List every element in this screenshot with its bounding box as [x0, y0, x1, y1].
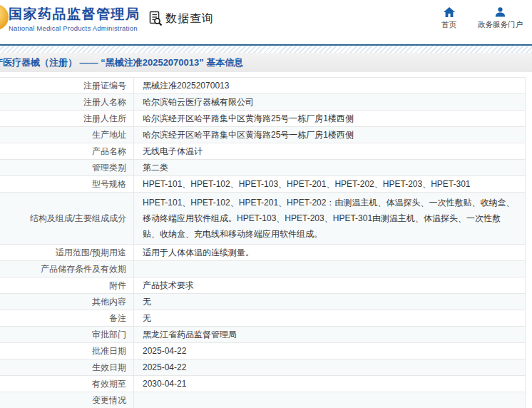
data-query-module[interactable]: 数据查询 — [149, 11, 214, 26]
row-label-cell: 适用范围/预期用途 — [0, 245, 134, 260]
row-value-cell: 黑械注准20252070013 — [134, 78, 526, 93]
breadcrumb: 国产医疗器械（注册） —— “黑械注准20252070013” 基本信息 — [0, 53, 532, 72]
row-label-cell: 产品储存条件及有效期 — [0, 261, 134, 277]
row-label-cell: 产品名称 — [0, 143, 134, 159]
row-value: 2025-04-22 — [143, 362, 186, 373]
row-value-cell: 无 — [134, 310, 526, 326]
nmpa-gold-emblem-icon — [0, 4, 9, 30]
row-label: 生产地址 — [92, 129, 126, 141]
table-row: 生效日期 2025-04-22 — [0, 359, 526, 376]
row-label: 生效日期 — [92, 362, 126, 373]
row-label: 结构及组成/主要组成成分 — [30, 213, 126, 224]
row-value: 无 — [143, 312, 151, 324]
info-table: 注册证编号 黑械注准20252070013 注册人名称 哈尔滨铂云医疗器械有限公… — [0, 77, 526, 408]
row-label-cell: 管理类别 — [0, 160, 134, 175]
table-row: 适用范围/预期用途 适用于人体体温的连续测量。 — [0, 245, 526, 261]
row-label: 注册人住所 — [83, 113, 126, 124]
row-label-cell: 附件 — [0, 277, 134, 293]
row-value-cell: 哈尔滨经开区哈平路集中区黄海路25号一栋厂房1楼西侧 — [134, 111, 526, 126]
table-row: 注册证编号 黑械注准20252070013 — [0, 77, 526, 94]
row-label: 型号规格 — [92, 178, 126, 190]
table-row: 变更情况 — [0, 392, 526, 408]
row-value: 哈尔滨铂云医疗器械有限公司 — [143, 96, 254, 108]
row-label: 批准日期 — [92, 345, 126, 357]
row-value: 哈尔滨经开区哈平路集中区黄海路25号一栋厂房1楼西侧 — [143, 129, 354, 141]
table-row: 备注 无 — [0, 310, 526, 327]
row-value-cell — [134, 392, 526, 408]
row-value: 2030-04-21 — [143, 378, 186, 389]
row-label: 产品储存条件及有效期 — [41, 263, 126, 275]
row-label-cell: 其他内容 — [0, 294, 134, 310]
brand-subtitle: National Medical Products Administration — [9, 24, 140, 32]
row-value: 无 — [143, 296, 151, 307]
table-row: 管理类别 第二类 — [0, 160, 526, 176]
row-value-cell: HPET-101、HPET-102、HPET-103、HPET-201、HPET… — [134, 176, 526, 192]
document-search-icon — [149, 11, 163, 26]
table-row: 产品名称 无线电子体温计 — [0, 143, 526, 160]
site-header: 国家药品监督管理局 National Medical Products Admi… — [0, 0, 532, 44]
table-row: 其他内容 无 — [0, 294, 526, 310]
row-value: 黑械注准20252070013 — [143, 80, 229, 91]
table-row: 结构及组成/主要组成成分 HPET-101、HPET-102、HPET-201、… — [0, 193, 526, 245]
row-label-cell: 审批部门 — [0, 327, 134, 342]
row-value-cell: 黑龙江省药品监督管理局 — [134, 327, 526, 342]
user-icon — [495, 7, 506, 17]
row-label-cell: 生产地址 — [0, 127, 134, 143]
striped-band — [0, 46, 532, 53]
nav-home-label: 首页 — [441, 20, 456, 30]
page-title: 国产医疗器械（注册） —— “黑械注准20252070013” 基本信息 — [0, 56, 243, 69]
brand-title: 国家药品监督管理局 — [9, 6, 140, 23]
table-row: 型号规格 HPET-101、HPET-102、HPET-103、HPET-201… — [0, 176, 526, 193]
row-label: 适用范围/预期用途 — [56, 247, 126, 258]
nav-gov-portal[interactable]: 政务服务门户 — [478, 7, 523, 30]
brand: 国家药品监督管理局 National Medical Products Admi… — [9, 6, 140, 32]
row-value: 黑龙江省药品监督管理局 — [143, 329, 237, 340]
row-value: HPET-101、HPET-102、HPET-201、HPET-202：由测温主… — [143, 195, 518, 242]
row-value: 产品技术要求 — [143, 280, 194, 291]
row-label: 其他内容 — [92, 296, 126, 307]
row-value-cell: 2030-04-21 — [134, 376, 526, 392]
row-value-cell: 2025-04-22 — [134, 343, 526, 359]
page: 国家药品监督管理局 National Medical Products Admi… — [0, 0, 532, 408]
row-value-cell: 产品技术要求 — [134, 277, 526, 293]
row-label-cell: 型号规格 — [0, 176, 134, 192]
row-value-cell: HPET-101、HPET-102、HPET-201、HPET-202：由测温主… — [134, 193, 526, 244]
table-row: 注册人名称 哈尔滨铂云医疗器械有限公司 — [0, 94, 526, 111]
row-label-cell: 注册证编号 — [0, 78, 134, 93]
row-label-cell: 注册人名称 — [0, 94, 134, 110]
data-query-label: 数据查询 — [165, 11, 214, 26]
row-value-cell: 第二类 — [134, 160, 526, 175]
table-row: 审批部门 黑龙江省药品监督管理局 — [0, 327, 526, 343]
row-label: 审批部门 — [92, 329, 126, 340]
table-row: 附件 产品技术要求 — [0, 277, 526, 294]
table-row: 生产地址 哈尔滨经开区哈平路集中区黄海路25号一栋厂房1楼西侧 — [0, 127, 526, 143]
row-label: 产品名称 — [92, 146, 126, 157]
nav-home[interactable]: 首页 — [441, 7, 456, 30]
row-value-cell — [134, 261, 526, 277]
row-label-cell: 结构及组成/主要组成成分 — [0, 193, 134, 244]
nav-gov-portal-label: 政务服务门户 — [478, 20, 523, 30]
row-value: 第二类 — [143, 162, 168, 173]
row-label-cell: 批准日期 — [0, 343, 134, 359]
row-label: 备注 — [109, 312, 126, 324]
row-label-cell: 生效日期 — [0, 359, 134, 375]
row-value: HPET-101、HPET-102、HPET-103、HPET-201、HPET… — [143, 178, 471, 190]
row-label-cell: 有效期至 — [0, 376, 134, 392]
row-value: 适用于人体体温的连续测量。 — [143, 247, 254, 258]
row-value-cell: 2025-04-22 — [134, 359, 526, 375]
row-value-cell: 适用于人体体温的连续测量。 — [134, 245, 526, 260]
row-value-cell: 哈尔滨经开区哈平路集中区黄海路25号一栋厂房1楼西侧 — [134, 127, 526, 143]
table-row: 有效期至 2030-04-21 — [0, 376, 526, 392]
home-icon — [444, 7, 455, 17]
table-row: 批准日期 2025-04-22 — [0, 343, 526, 359]
top-nav: 首页 政务服务门户 — [441, 7, 523, 30]
row-value: 哈尔滨经开区哈平路集中区黄海路25号一栋厂房1楼西侧 — [143, 113, 354, 124]
row-label: 变更情况 — [92, 394, 126, 406]
row-value-cell: 无线电子体温计 — [134, 143, 526, 159]
row-value: 2025-04-22 — [143, 345, 186, 357]
row-label-cell: 注册人住所 — [0, 111, 134, 126]
row-value-cell: 哈尔滨铂云医疗器械有限公司 — [134, 94, 526, 110]
row-label: 注册人名称 — [83, 96, 126, 108]
row-value: 无线电子体温计 — [143, 146, 203, 157]
row-label: 有效期至 — [92, 378, 126, 389]
